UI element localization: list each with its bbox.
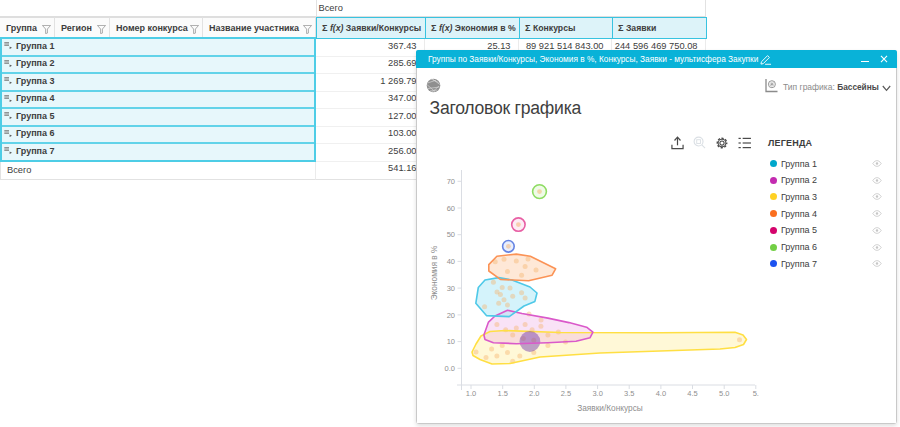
svg-text:4.0: 4.0	[656, 389, 666, 398]
svg-text:1.5: 1.5	[497, 389, 507, 398]
svg-text:3.5: 3.5	[624, 389, 634, 398]
svg-text:60: 60	[447, 203, 455, 212]
svg-text:1.0: 1.0	[466, 389, 476, 398]
svg-text:70: 70	[447, 177, 455, 186]
svg-text:40: 40	[447, 257, 455, 266]
svg-text:5.0: 5.0	[719, 389, 729, 398]
svg-text:Заявки/Конкурсы: Заявки/Конкурсы	[577, 403, 643, 413]
svg-text:20: 20	[447, 310, 455, 319]
svg-text:2.0: 2.0	[529, 389, 539, 398]
svg-text:50: 50	[447, 230, 455, 239]
svg-text:10: 10	[447, 337, 455, 346]
svg-text:4.5: 4.5	[687, 389, 697, 398]
svg-text:30: 30	[447, 283, 455, 292]
svg-text:2.5: 2.5	[561, 389, 571, 398]
svg-text:0.0: 0.0	[445, 364, 455, 373]
svg-text:5.: 5.	[753, 389, 759, 398]
svg-text:3.0: 3.0	[592, 389, 602, 398]
svg-text:Экономия в %: Экономия в %	[430, 245, 439, 300]
